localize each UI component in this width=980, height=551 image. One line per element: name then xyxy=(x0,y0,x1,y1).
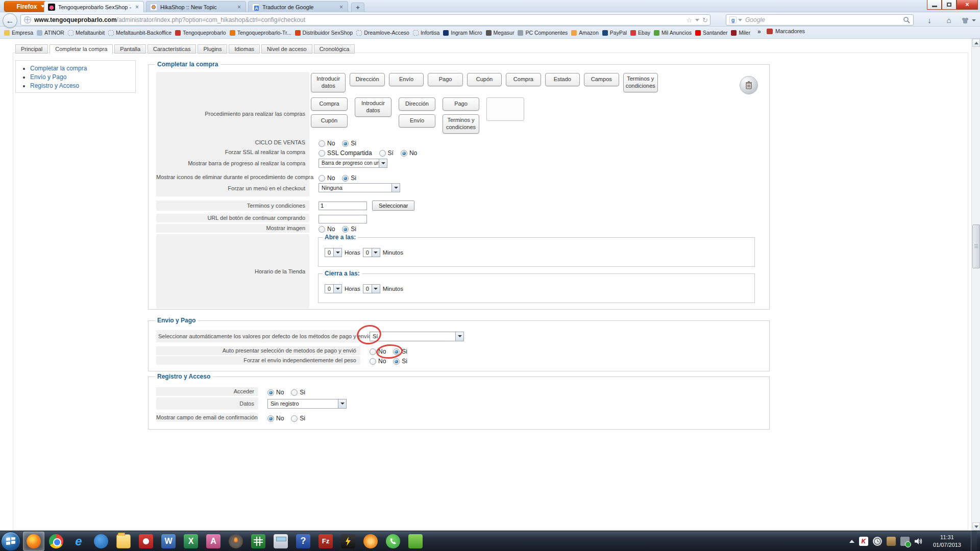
taskbar-explorer[interactable] xyxy=(113,532,134,551)
radio-no[interactable] xyxy=(318,226,325,233)
bookmark-star-icon[interactable]: ☆ xyxy=(686,16,692,24)
continue-url-input[interactable] xyxy=(318,215,367,223)
radio-no[interactable] xyxy=(318,175,325,182)
addon-paw-icon[interactable] xyxy=(962,17,969,23)
taskbar-photo-editor[interactable] xyxy=(337,532,359,551)
auto-select-select[interactable]: Sí xyxy=(370,332,464,341)
bookmark-item[interactable]: Tengoqueprobarlo-Tr... xyxy=(230,30,291,36)
terms-select-button[interactable]: Seleccionar xyxy=(372,201,414,211)
search-box[interactable]: g Google xyxy=(726,14,914,26)
kaspersky-tray-icon[interactable]: K xyxy=(859,537,868,546)
radio-si[interactable] xyxy=(291,415,298,422)
taskbar-filezilla[interactable]: Fz xyxy=(315,532,336,551)
search-icon[interactable] xyxy=(903,16,910,23)
config-tab[interactable]: Nivel de acceso xyxy=(261,44,312,54)
config-tab[interactable]: Plugins xyxy=(198,44,227,54)
radio-no[interactable] xyxy=(267,415,274,422)
radio-no[interactable] xyxy=(370,358,376,365)
flow-empty-slot[interactable] xyxy=(486,97,524,121)
taskbar-burner[interactable] xyxy=(225,532,247,551)
radio-no[interactable] xyxy=(267,389,274,396)
bookmark-item[interactable]: Distribuidor SexShop xyxy=(295,30,353,36)
bookmark-item[interactable]: Empresa xyxy=(4,30,33,36)
radio-si[interactable] xyxy=(342,140,349,147)
close-hours-select[interactable]: 0 xyxy=(325,284,342,293)
radio-si[interactable] xyxy=(393,348,400,355)
radio-no[interactable] xyxy=(401,150,407,157)
bookmark-item[interactable]: Mil Anuncios xyxy=(654,30,692,36)
start-button[interactable] xyxy=(1,532,20,551)
tab-close-icon[interactable]: × xyxy=(134,4,140,10)
scrollbar-thumb[interactable] xyxy=(972,224,980,268)
taskbar-image-viewer[interactable] xyxy=(135,532,157,551)
taskbar-word[interactable]: W xyxy=(158,532,179,551)
config-tab[interactable]: Idiomas xyxy=(229,44,260,54)
bookmark-item[interactable]: Mefaltaunbit xyxy=(68,30,105,36)
radio-si[interactable] xyxy=(291,389,298,396)
force-menu-select[interactable]: Ninguna xyxy=(318,183,400,192)
tray-expand-icon[interactable] xyxy=(849,540,854,543)
section-shortcut-link[interactable]: Completar la compra xyxy=(30,65,87,72)
radio-ssl-shared[interactable] xyxy=(318,150,325,157)
bookmark-item[interactable]: Megasur xyxy=(486,30,514,36)
taskbar-access[interactable]: A xyxy=(203,532,224,551)
taskbar-internet-explorer[interactable]: e xyxy=(68,532,89,551)
radio-no[interactable] xyxy=(318,140,325,147)
checkout-step-button[interactable]: Envío xyxy=(399,114,435,128)
checkout-step-button[interactable]: Cupón xyxy=(467,73,502,86)
taskbar-clock[interactable]: 11:31 01/07/2013 xyxy=(928,534,966,549)
config-tab[interactable]: Cronológica xyxy=(314,44,355,54)
bookmark-item[interactable]: Santander xyxy=(695,30,727,36)
bookmark-item[interactable]: Ebay xyxy=(630,30,650,36)
progress-bar-select[interactable]: Barra de progreso con un final xyxy=(318,159,387,168)
vertical-scrollbar[interactable] xyxy=(971,39,980,531)
section-shortcut-link[interactable]: Envío y Pago xyxy=(30,73,66,81)
radio-no[interactable] xyxy=(370,348,376,355)
browser-tab-translator[interactable]: Traductor de Google × xyxy=(248,1,348,12)
bookmark-item[interactable]: Tengoqueprobarlo xyxy=(175,30,226,36)
bookmark-item[interactable]: Amazon xyxy=(571,30,599,36)
scroll-down-button[interactable] xyxy=(972,522,980,531)
tab-close-icon[interactable]: × xyxy=(236,4,242,10)
taskbar-firefox[interactable] xyxy=(23,532,44,551)
taskbar-settings-tool[interactable] xyxy=(360,532,381,551)
minimize-button[interactable] xyxy=(927,0,942,10)
reload-icon[interactable]: ↻ xyxy=(702,16,708,24)
radio-si[interactable] xyxy=(342,226,349,233)
url-dropdown-icon[interactable] xyxy=(695,19,699,21)
new-tab-button[interactable]: + xyxy=(351,3,364,12)
bookmark-item[interactable]: Dreamlove-Acceso xyxy=(356,30,409,36)
usb-safely-remove-icon[interactable] xyxy=(900,537,910,546)
restore-button[interactable] xyxy=(942,0,957,10)
bookmark-item[interactable]: PC Componentes xyxy=(518,30,568,36)
bookmark-item[interactable]: Ingram Micro xyxy=(443,30,482,36)
bookmark-item[interactable]: ATINOR xyxy=(37,30,64,36)
terms-input[interactable] xyxy=(318,202,367,210)
bookmark-item[interactable]: PayPal xyxy=(602,30,627,36)
open-minutes-select[interactable]: 0 xyxy=(363,248,380,257)
checkout-step-button[interactable]: Envío xyxy=(389,73,424,86)
bookmarks-menu-button[interactable]: Marcadores xyxy=(767,28,805,34)
checkout-step-button[interactable]: Pago xyxy=(428,73,462,86)
home-icon[interactable]: ⌂ xyxy=(942,15,955,26)
checkout-step-button[interactable]: Terminos y condiciones xyxy=(623,73,658,92)
checkout-step-button[interactable]: Dirección xyxy=(399,97,435,111)
checkout-step-button[interactable]: Campos xyxy=(584,73,619,86)
taskbar-thunderbird[interactable] xyxy=(90,532,112,551)
bookmarks-overflow-chevron[interactable]: » xyxy=(757,28,761,35)
bookmark-item[interactable]: Infortisa xyxy=(413,30,439,36)
scroll-up-button[interactable] xyxy=(972,39,980,47)
taskbar-phone-app[interactable] xyxy=(382,532,404,551)
radio-si[interactable] xyxy=(393,358,400,365)
show-desktop-button[interactable] xyxy=(971,531,977,551)
checkout-step-button[interactable]: Introducir datos xyxy=(355,97,391,117)
tab-close-icon[interactable]: × xyxy=(338,4,344,10)
taskbar-spreadsheet-tool[interactable] xyxy=(248,532,269,551)
volume-icon[interactable] xyxy=(914,537,923,546)
browser-tab-admin[interactable]: Tengoqueprobarlo SexShop - Admini... × xyxy=(44,1,144,12)
bookmark-item[interactable]: Mefaltaunbit-Backoffice xyxy=(108,30,172,36)
close-minutes-select[interactable]: 0 xyxy=(363,284,380,293)
checkout-step-button[interactable]: Cupón xyxy=(311,114,348,128)
config-tab[interactable]: Principal xyxy=(15,44,48,54)
taskbar-green-app[interactable] xyxy=(405,532,426,551)
